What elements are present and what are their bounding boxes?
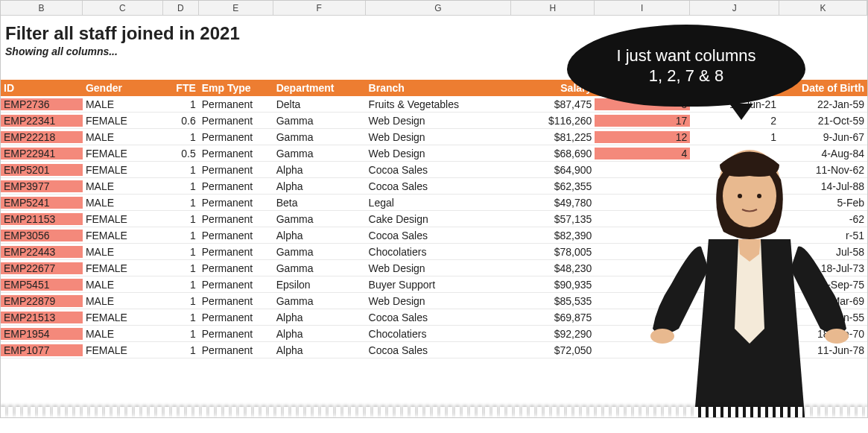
table-cell[interactable]: FEMALE	[83, 148, 163, 159]
table-cell[interactable]: 5-Feb	[779, 197, 867, 209]
table-cell[interactable]: 21-Oct-59	[779, 115, 867, 127]
column-header[interactable]: Branch	[366, 82, 512, 94]
table-cell[interactable]: Permanent	[199, 180, 273, 192]
table-cell[interactable]: Permanent	[199, 344, 273, 356]
table-cell[interactable]: Alpha	[273, 328, 366, 340]
table-cell[interactable]: Alpha	[273, 164, 366, 176]
table-cell[interactable]: 9-Jun-67	[779, 131, 867, 143]
table-cell[interactable]: $82,390	[511, 230, 595, 241]
table-cell[interactable]: $78,005	[511, 246, 595, 258]
column-letter[interactable]: G	[366, 1, 512, 15]
table-cell[interactable]: Permanent	[199, 98, 273, 110]
table-cell[interactable]: Permanent	[199, 164, 273, 176]
table-cell[interactable]: $90,935	[511, 279, 595, 291]
table-cell[interactable]: EMP22677	[1, 262, 83, 274]
table-cell[interactable]: 11-Jun-78	[779, 344, 867, 356]
table-cell[interactable]: EMP22218	[1, 131, 83, 143]
table-cell[interactable]: Cake Design	[366, 213, 512, 225]
table-cell[interactable]: $81,225	[511, 131, 595, 143]
table-cell[interactable]: Permanent	[199, 213, 273, 225]
table-row[interactable]: EMP1077FEMALE1PermanentAlphaCocoa Sales$…	[1, 342, 867, 358]
table-cell[interactable]: Gamma	[273, 295, 366, 307]
column-header[interactable]: Gender	[83, 82, 163, 94]
table-cell[interactable]: 1	[163, 295, 199, 307]
column-letter[interactable]: E	[199, 1, 273, 15]
table-cell[interactable]: EMP21513	[1, 312, 83, 323]
table-cell[interactable]: MALE	[83, 197, 163, 209]
table-cell[interactable]: Alpha	[273, 344, 366, 356]
table-cell[interactable]: Chocolatiers	[366, 246, 512, 258]
table-cell[interactable]: 2	[690, 312, 779, 323]
table-cell[interactable]: 25-Mar-69	[779, 295, 867, 307]
table-cell[interactable]: 1	[163, 180, 199, 192]
table-cell[interactable]: Epsilon	[273, 279, 366, 291]
table-cell[interactable]: Permanent	[199, 230, 273, 241]
table-cell[interactable]: 1	[163, 312, 199, 323]
table-cell[interactable]: MALE	[83, 98, 163, 110]
table-cell[interactable]: $64,900	[511, 164, 595, 176]
table-cell[interactable]: Permanent	[199, 312, 273, 323]
column-header[interactable]: FTE	[163, 82, 199, 94]
table-cell[interactable]: 0.6	[163, 115, 199, 127]
table-cell[interactable]: 1	[163, 164, 199, 176]
table-cell[interactable]: FEMALE	[83, 230, 163, 241]
table-row[interactable]: EMP3056FEMALE1PermanentAlphaCocoa Sales$…	[1, 227, 867, 244]
table-cell[interactable]: Gamma	[273, 131, 366, 143]
column-header[interactable]: Emp Type	[199, 82, 273, 94]
table-cell[interactable]: EMP22879	[1, 295, 83, 307]
table-cell[interactable]: 1	[163, 344, 199, 356]
table-cell[interactable]: $92,290	[511, 328, 595, 340]
table-cell[interactable]: MALE	[83, 328, 163, 340]
table-row[interactable]: EMP3977MALE1PermanentAlphaCocoa Sales$62…	[1, 178, 867, 195]
table-cell[interactable]: Permanent	[199, 295, 273, 307]
column-header[interactable]: Department	[273, 82, 366, 94]
table-cell[interactable]: 12-Sep-75	[779, 279, 867, 291]
table-cell[interactable]: Buyer Support	[366, 279, 512, 291]
table-cell[interactable]: 22-Jan-59	[779, 98, 867, 110]
table-cell[interactable]: 1	[163, 246, 199, 258]
table-cell[interactable]: r-51	[779, 230, 867, 241]
table-cell[interactable]: Legal	[366, 197, 512, 209]
table-cell[interactable]: 4	[595, 148, 690, 159]
table-row[interactable]: EMP22879MALE1PermanentGammaWeb Design$85…	[1, 293, 867, 309]
table-cell[interactable]: Gamma	[273, 148, 366, 159]
table-cell[interactable]: 1	[163, 262, 199, 274]
table-cell[interactable]: 1	[163, 328, 199, 340]
table-cell[interactable]: Permanent	[199, 246, 273, 258]
table-cell[interactable]: EMP5241	[1, 197, 83, 209]
table-cell[interactable]: $69,875	[511, 312, 595, 323]
table-cell[interactable]: 1	[163, 197, 199, 209]
table-row[interactable]: EMP22443MALE1PermanentGammaChocolatiers$…	[1, 244, 867, 260]
table-cell[interactable]: MALE	[83, 246, 163, 258]
table-cell[interactable]: EMP1954	[1, 328, 83, 340]
table-cell[interactable]: Permanent	[199, 279, 273, 291]
table-cell[interactable]: EMP22341	[1, 115, 83, 127]
table-cell[interactable]: Alpha	[273, 180, 366, 192]
table-cell[interactable]: Permanent	[199, 148, 273, 159]
table-cell[interactable]: Gamma	[273, 115, 366, 127]
table-cell[interactable]: Permanent	[199, 262, 273, 274]
column-letter[interactable]: K	[779, 1, 867, 15]
table-cell[interactable]: Web Design	[366, 262, 512, 274]
column-letter[interactable]: F	[273, 1, 366, 15]
table-cell[interactable]: FEMALE	[83, 312, 163, 323]
table-cell[interactable]: Cocoa Sales	[366, 230, 512, 241]
table-cell[interactable]: Permanent	[199, 131, 273, 143]
table-row[interactable]: EMP1954MALE1PermanentAlphaChocolatiers$9…	[1, 326, 867, 342]
table-row[interactable]: EMP21153FEMALE1PermanentGammaCake Design…	[1, 211, 867, 227]
table-cell[interactable]: Beta	[273, 197, 366, 209]
table-cell[interactable]: Jul-58	[779, 246, 867, 258]
table-cell[interactable]: $48,230	[511, 262, 595, 274]
table-cell[interactable]: FEMALE	[83, 262, 163, 274]
table-row[interactable]: EMP22677FEMALE1PermanentGammaWeb Design$…	[1, 260, 867, 276]
table-cell[interactable]: Web Design	[366, 115, 512, 127]
table-cell[interactable]: 11-Nov-62	[779, 164, 867, 176]
table-cell[interactable]: 4-Aug-84	[779, 148, 867, 159]
table-cell[interactable]: EMP22443	[1, 246, 83, 258]
table-cell[interactable]: Delta	[273, 98, 366, 110]
table-cell[interactable]: Cocoa Sales	[366, 312, 512, 323]
table-cell[interactable]: MALE	[83, 279, 163, 291]
column-header[interactable]: ID	[1, 82, 83, 94]
table-cell[interactable]: 18-Jul-73	[779, 262, 867, 274]
table-cell[interactable]: 1	[163, 213, 199, 225]
